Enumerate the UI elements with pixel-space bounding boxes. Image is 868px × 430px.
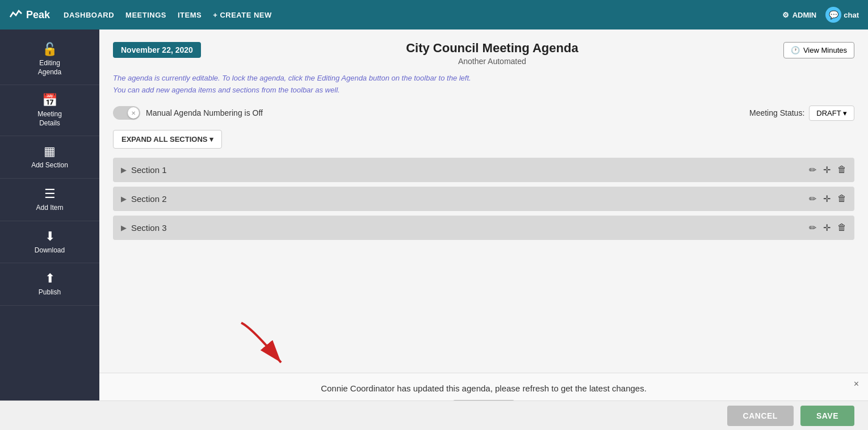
chat-label: chat: [844, 11, 859, 19]
info-line2: You can add new agenda items and section…: [113, 85, 854, 96]
date-badge: November 22, 2020: [113, 42, 201, 58]
toggle-knob: ✕: [128, 107, 139, 119]
nav-meetings[interactable]: MEETINGS: [125, 11, 166, 19]
notification-close-button[interactable]: ×: [854, 379, 859, 389]
manual-numbering-toggle[interactable]: ✕: [113, 106, 140, 120]
topnav: Peak DASHBOARD MEETINGS ITEMS + CREATE N…: [0, 0, 868, 29]
sidebar-download-label: Download: [35, 246, 65, 255]
view-minutes-button[interactable]: 🕐 View Minutes: [783, 42, 854, 58]
agenda-subtitle: Another Automated: [210, 57, 774, 66]
calendar-icon: 📅: [42, 93, 57, 108]
lock-icon: 🔓: [42, 42, 57, 57]
sidebar-item-editing-agenda[interactable]: 🔓 EditingAgenda: [0, 34, 99, 85]
save-button[interactable]: SAVE: [800, 406, 854, 426]
publish-icon: ⬆: [45, 271, 55, 286]
sidebar: 🔓 EditingAgenda 📅 MeetingDetails ▦ Add S…: [0, 29, 99, 430]
expand-all-sections-button[interactable]: EXPAND ALL SECTIONS ▾: [113, 130, 222, 149]
section-2-delete-icon[interactable]: 🗑: [837, 193, 846, 204]
section-3-move-icon[interactable]: ✛: [823, 222, 831, 233]
logo[interactable]: Peak: [9, 8, 50, 22]
sidebar-item-meeting-details[interactable]: 📅 MeetingDetails: [0, 85, 99, 136]
info-text: The agenda is currently editable. To loc…: [113, 73, 854, 96]
meeting-status-label: Meeting Status:: [749, 108, 804, 117]
section-3-left: ▶ Section 3: [121, 223, 167, 233]
toggle-left: ✕ Manual Agenda Numbering is Off: [113, 106, 263, 120]
agenda-title-block: City Council Meeting Agenda Another Auto…: [210, 41, 774, 66]
sections-list: ▶ Section 1 ✏ ✛ 🗑 ▶ Section 2 ✏ ✛ 🗑: [113, 158, 854, 240]
section-2-move-icon[interactable]: ✛: [823, 193, 831, 204]
nav-create[interactable]: + CREATE NEW: [213, 11, 272, 19]
toggle-label: Manual Agenda Numbering is Off: [146, 108, 263, 117]
section-1-move-icon[interactable]: ✛: [823, 165, 831, 175]
meeting-status: Meeting Status: DRAFT ▾: [749, 106, 854, 121]
section-2-actions: ✏ ✛ 🗑: [809, 193, 846, 204]
section-row-3: ▶ Section 3 ✏ ✛ 🗑: [113, 216, 854, 240]
logo-text: Peak: [26, 9, 50, 21]
sidebar-item-publish[interactable]: ⬆ Publish: [0, 263, 99, 306]
section-1-arrow[interactable]: ▶: [121, 166, 127, 174]
sidebar-add-section-label: Add Section: [31, 161, 68, 170]
sidebar-item-add-item[interactable]: ☰ Add Item: [0, 179, 99, 221]
main-layout: 🔓 EditingAgenda 📅 MeetingDetails ▦ Add S…: [0, 29, 868, 430]
info-line1: The agenda is currently editable. To loc…: [113, 73, 854, 85]
red-arrow-indicator: [236, 317, 315, 376]
notification-message: Connie Coordinator has updated this agen…: [113, 383, 854, 393]
section-1-actions: ✏ ✛ 🗑: [809, 165, 846, 175]
section-3-actions: ✏ ✛ 🗑: [809, 222, 846, 233]
chat-icon: 💬: [825, 7, 841, 23]
sidebar-item-add-section[interactable]: ▦ Add Section: [0, 136, 99, 179]
nav-items[interactable]: ITEMS: [178, 11, 202, 19]
section-1-left: ▶ Section 1: [121, 165, 167, 175]
nav-dashboard[interactable]: DASHBOARD: [64, 11, 114, 19]
download-icon: ⬇: [45, 229, 55, 244]
section-2-edit-icon[interactable]: ✏: [809, 193, 816, 204]
bottom-action-bar: CANCEL SAVE: [0, 401, 868, 430]
section-1-edit-icon[interactable]: ✏: [809, 165, 816, 175]
toggle-row: ✕ Manual Agenda Numbering is Off Meeting…: [113, 106, 854, 121]
cancel-button[interactable]: CANCEL: [727, 406, 794, 426]
meeting-status-dropdown[interactable]: DRAFT ▾: [809, 106, 854, 121]
section-1-name: Section 1: [131, 165, 167, 175]
section-2-left: ▶ Section 2: [121, 194, 167, 204]
admin-label: ADMIN: [792, 11, 817, 19]
section-3-name: Section 3: [131, 223, 167, 233]
view-minutes-label: View Minutes: [803, 46, 847, 54]
section-3-delete-icon[interactable]: 🗑: [837, 222, 846, 233]
clock-icon: 🕐: [791, 46, 800, 54]
section-3-edit-icon[interactable]: ✏: [809, 222, 816, 233]
section-1-delete-icon[interactable]: 🗑: [837, 165, 846, 175]
topnav-right: ⚙ ADMIN 💬 chat: [782, 7, 859, 23]
add-item-icon: ☰: [44, 187, 56, 201]
sidebar-add-item-label: Add Item: [36, 204, 63, 213]
sidebar-publish-label: Publish: [39, 288, 61, 297]
add-section-icon: ▦: [44, 144, 56, 159]
content-area: November 22, 2020 City Council Meeting A…: [99, 29, 868, 430]
sidebar-editing-agenda-label: EditingAgenda: [38, 59, 61, 77]
section-2-arrow[interactable]: ▶: [121, 195, 127, 203]
agenda-header: November 22, 2020 City Council Meeting A…: [113, 41, 854, 66]
admin-button[interactable]: ⚙ ADMIN: [782, 11, 817, 19]
agenda-title: City Council Meeting Agenda: [210, 41, 774, 56]
section-row-2: ▶ Section 2 ✏ ✛ 🗑: [113, 187, 854, 211]
section-2-name: Section 2: [131, 194, 167, 204]
topnav-links: DASHBOARD MEETINGS ITEMS + CREATE NEW: [64, 11, 769, 19]
section-row-1: ▶ Section 1 ✏ ✛ 🗑: [113, 158, 854, 182]
gear-icon: ⚙: [782, 11, 789, 19]
sidebar-meeting-details-label: MeetingDetails: [37, 110, 62, 128]
chat-button[interactable]: 💬 chat: [825, 7, 859, 23]
section-3-arrow[interactable]: ▶: [121, 224, 127, 232]
sidebar-item-download[interactable]: ⬇ Download: [0, 221, 99, 264]
